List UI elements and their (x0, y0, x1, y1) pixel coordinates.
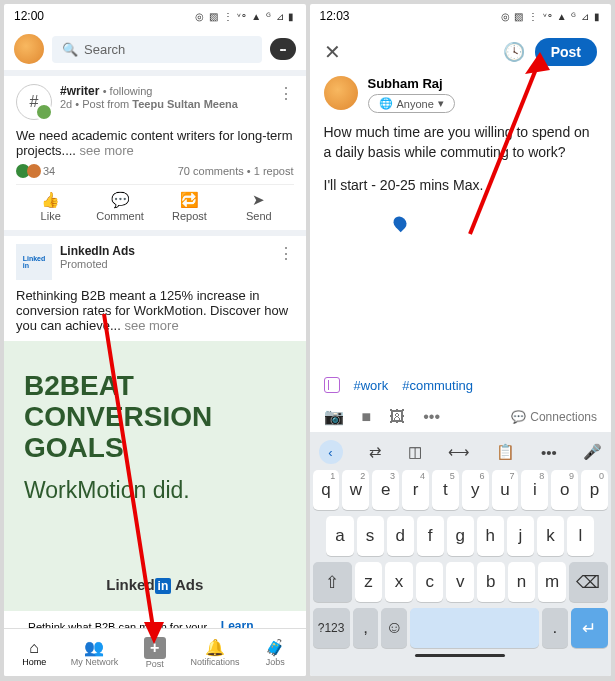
key-y[interactable]: y6 (462, 470, 489, 510)
status-icons: ◎ ▧ ⋮ ᵛᵒ ▲ ᴳ ⊿ ▮ (501, 11, 601, 22)
camera-icon[interactable]: 📷 (324, 407, 344, 426)
key-e[interactable]: e3 (372, 470, 399, 510)
search-input[interactable]: 🔍 Search (52, 36, 262, 63)
backspace-key[interactable]: ⌫ (569, 562, 608, 602)
kbd-sticker-icon[interactable]: ◫ (408, 443, 422, 461)
key-o[interactable]: o9 (551, 470, 578, 510)
ad-see-more[interactable]: see more (124, 318, 178, 333)
author-avatar[interactable] (324, 76, 358, 110)
nav-notifications[interactable]: 🔔Notifications (185, 629, 245, 676)
kbd-clipboard-icon[interactable]: 📋 (496, 443, 515, 461)
phone-compose: 12:03 ◎ ▧ ⋮ ᵛᵒ ▲ ᴳ ⊿ ▮ ✕ 🕓 Post Subham R… (310, 4, 612, 676)
compose-line1: How much time are you willing to spend o… (324, 123, 598, 162)
image-icon[interactable]: 🖼 (389, 408, 405, 426)
more-icon[interactable]: ••• (423, 408, 440, 426)
key-g[interactable]: g (447, 516, 474, 556)
post-body: We need academic content writers for lon… (16, 128, 294, 158)
profile-avatar[interactable] (14, 34, 44, 64)
post-button[interactable]: Post (535, 38, 597, 66)
key-u[interactable]: u7 (492, 470, 519, 510)
ad-image[interactable]: B2BEAT CONVERSION GOALS WorkMotion did. … (4, 341, 306, 611)
close-icon[interactable]: ✕ (324, 40, 341, 64)
shift-key[interactable]: ⇧ (313, 562, 352, 602)
connections-button[interactable]: 💬Connections (511, 410, 597, 424)
key-b[interactable]: b (477, 562, 505, 602)
bottom-nav: ⌂Home 👥My Network +Post 🔔Notifications 🧳… (4, 628, 306, 676)
bell-icon: 🔔 (205, 638, 225, 657)
post-author[interactable]: Teepu Sultan Meena (132, 98, 238, 110)
nav-network[interactable]: 👥My Network (64, 629, 124, 676)
key-f[interactable]: f (417, 516, 444, 556)
comment-button[interactable]: 💬Comment (85, 191, 154, 222)
briefcase-icon: 🧳 (265, 638, 285, 657)
nav-jobs[interactable]: 🧳Jobs (245, 629, 305, 676)
kbd-mic-icon[interactable]: 🎤 (583, 443, 602, 461)
text-cursor-handle[interactable] (390, 214, 408, 232)
key-j[interactable]: j (507, 516, 534, 556)
react-count: 34 (43, 165, 55, 177)
post-menu-icon[interactable]: ⋮ (278, 84, 294, 103)
key-d[interactable]: d (387, 516, 414, 556)
hashtag-work[interactable]: #work (354, 378, 389, 393)
key-x[interactable]: x (385, 562, 413, 602)
key-s[interactable]: s (357, 516, 384, 556)
enter-key[interactable]: ↵ (571, 608, 608, 648)
nav-handle[interactable] (415, 654, 505, 657)
key-n[interactable]: n (508, 562, 536, 602)
compose-textarea[interactable]: How much time are you willing to spend o… (310, 123, 612, 230)
hashtag-avatar[interactable]: # (16, 84, 52, 120)
kbd-translate-icon[interactable]: ⇄ (369, 443, 382, 461)
key-v[interactable]: v (446, 562, 474, 602)
key-p[interactable]: p0 (581, 470, 608, 510)
visibility-selector[interactable]: 🌐Anyone▾ (368, 94, 455, 113)
like-button[interactable]: 👍Like (16, 191, 85, 222)
kbd-collapse-icon[interactable]: ‹ (319, 440, 343, 464)
reactions[interactable]: 34 (16, 164, 55, 178)
key-h[interactable]: h (477, 516, 504, 556)
repost-button[interactable]: 🔁Repost (155, 191, 224, 222)
emoji-key[interactable]: ☺ (381, 608, 407, 648)
key-l[interactable]: l (567, 516, 594, 556)
comma-key[interactable]: , (353, 608, 379, 648)
key-r[interactable]: r4 (402, 470, 429, 510)
hashtag-row: #work #commuting (310, 369, 612, 401)
kbd-text-icon[interactable]: ⟷ (448, 443, 470, 461)
space-key[interactable] (410, 608, 539, 648)
status-bar: 12:03 ◎ ▧ ⋮ ᵛᵒ ▲ ᴳ ⊿ ▮ (310, 4, 612, 28)
post-tag[interactable]: #writer (60, 84, 99, 98)
nav-post[interactable]: +Post (125, 629, 185, 676)
keyboard: ‹ ⇄ ◫ ⟷ 📋 ••• 🎤 q1w2e3r4t5y6u7i8o9p0 asd… (310, 432, 612, 676)
key-m[interactable]: m (538, 562, 566, 602)
schedule-icon[interactable]: 🕓 (503, 41, 525, 63)
post-meta: #writer • following 2d • Post from Teepu… (60, 84, 238, 110)
key-c[interactable]: c (416, 562, 444, 602)
chevron-down-icon: ▾ (438, 97, 444, 110)
video-icon[interactable]: ■ (362, 408, 372, 426)
period-key[interactable]: . (542, 608, 568, 648)
ad-name[interactable]: LinkedIn Ads (60, 244, 135, 258)
key-k[interactable]: k (537, 516, 564, 556)
status-time: 12:00 (14, 9, 44, 23)
ad-logo[interactable]: Linkedin (16, 244, 52, 280)
nav-home[interactable]: ⌂Home (4, 629, 64, 676)
key-z[interactable]: z (355, 562, 383, 602)
hashtag-commuting[interactable]: #commuting (402, 378, 473, 393)
numbers-key[interactable]: ?123 (313, 608, 350, 648)
send-button[interactable]: ➤Send (224, 191, 293, 222)
kbd-more-icon[interactable]: ••• (541, 444, 557, 461)
follow-label: • following (103, 85, 153, 97)
key-q[interactable]: q1 (313, 470, 340, 510)
network-icon: 👥 (84, 638, 104, 657)
feed-topbar: 🔍 Search (4, 28, 306, 70)
ad-menu-icon[interactable]: ⋮ (278, 244, 294, 263)
key-w[interactable]: w2 (342, 470, 369, 510)
see-more-link[interactable]: see more (80, 143, 134, 158)
template-icon[interactable] (324, 377, 340, 393)
ad-h-pre: B2 (24, 370, 60, 401)
post-text: We need academic content writers for lon… (16, 128, 293, 158)
post-stats[interactable]: 70 comments • 1 repost (178, 165, 294, 177)
messages-icon[interactable] (270, 38, 296, 60)
key-t[interactable]: t5 (432, 470, 459, 510)
key-i[interactable]: i8 (521, 470, 548, 510)
key-a[interactable]: a (326, 516, 353, 556)
